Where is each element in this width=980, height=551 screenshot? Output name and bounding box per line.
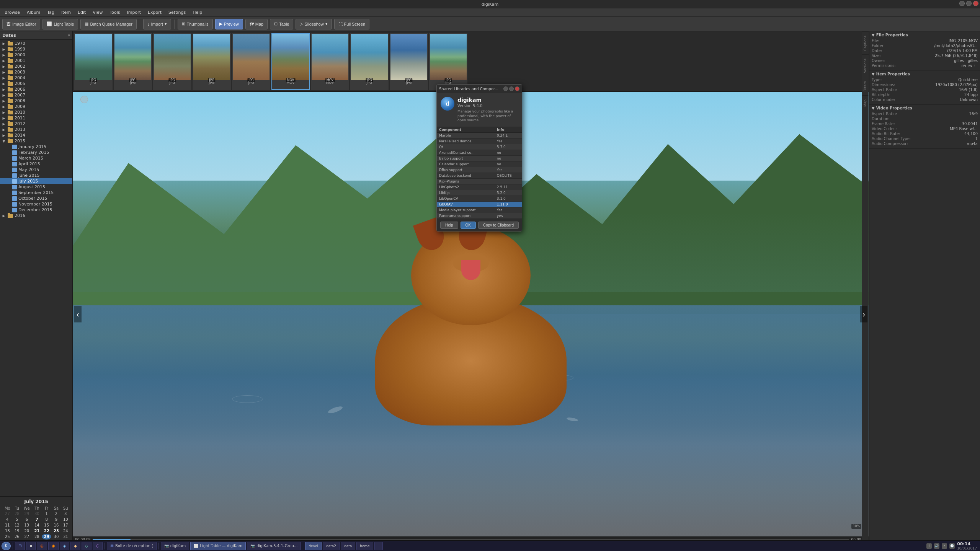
comp-libopencv[interactable]: LibOpenCV 3.1.0 [437,196,522,202]
taskbar-app1-btn[interactable]: ◈ [60,542,70,550]
menu-export[interactable]: Export [145,9,165,16]
taskbar-terminal-btn[interactable]: ▪ [26,542,36,550]
workspace-data2[interactable]: data2 [323,542,340,550]
cal-day[interactable]: 5 [13,517,21,522]
tree-year-2003[interactable]: ▶ 2003 [0,69,72,75]
cal-day[interactable]: 29 [21,511,32,517]
cal-day[interactable]: 11 [2,522,13,528]
about-copy-btn[interactable]: Copy to Clipboard [478,222,519,229]
tree-year-2000[interactable]: ▶ 2000 [0,52,72,58]
menu-edit[interactable]: Edit [75,9,89,16]
batch-queue-btn[interactable]: ▦ Batch Queue Manager [80,19,137,29]
cal-day[interactable]: 27 [21,534,32,540]
cal-day[interactable]: 23 [51,528,61,534]
about-maximize-btn[interactable] [509,86,514,91]
tab-captions[interactable]: Captions [862,31,869,54]
tree-year-2010[interactable]: ▶ 2010 [0,109,72,115]
comp-akonadi[interactable]: AkonadiContact su... no [437,150,522,156]
tree-year-1999[interactable]: ▶ 1999 [0,46,72,52]
tree-year-2006[interactable]: ▶ 2006 [0,86,72,92]
tree-month-jun-2015[interactable]: June 2015 [0,173,72,178]
cal-day[interactable]: 30 [32,511,42,517]
comp-baloo[interactable]: Baloo support no [437,156,522,161]
cal-day[interactable]: 7 [32,517,42,522]
comp-kipi-plugins[interactable]: Kipi-Plugins [437,179,522,184]
comp-qt[interactable]: Qt 5.7.0 [437,144,522,150]
tree-year-2015[interactable]: ▼ 2015 [0,138,72,144]
table-btn[interactable]: ⊟ Table [270,19,293,29]
thumbnail-5[interactable]: JPG JPG [232,33,270,90]
map-btn[interactable]: 🗺 Map [245,19,268,29]
tree-year-2004[interactable]: ▶ 2004 [0,75,72,81]
tree-month-nov-2015[interactable]: November 2015 [0,201,72,207]
about-ok-btn[interactable]: OK [461,222,476,229]
menu-help[interactable]: Help [189,9,205,16]
tree-year-2016[interactable]: ▶ 2016 [0,213,72,218]
about-minimize-btn[interactable] [503,86,508,91]
preview-btn[interactable]: ▶ Preview [215,19,243,29]
slideshow-btn[interactable]: ▷ Slideshow ▾ [296,19,332,29]
comp-calendar[interactable]: Calendar support no [437,161,522,167]
tree-year-2008[interactable]: ▶ 2008 [0,98,72,104]
cal-day[interactable]: 30 [51,534,61,540]
cal-day[interactable]: 22 [42,528,51,534]
cal-day[interactable]: 17 [61,522,70,528]
import-btn[interactable]: ↓ Import ▾ [143,19,171,29]
workspace-data[interactable]: data [341,542,355,550]
thumbnail-3[interactable]: JPG JPG [153,33,191,90]
comp-database[interactable]: Database backend QSQLITE [437,173,522,179]
comp-libkipi[interactable]: LibKipi 5.2.0 [437,190,522,196]
comp-parallelized[interactable]: Parallelized demos... Yes [437,139,522,144]
tab-versions[interactable]: Versions [862,54,869,77]
workspace-devel[interactable]: devel [305,542,322,550]
cal-day[interactable]: 19 [13,528,21,534]
taskbar-lighttable-btn[interactable]: ⬜ Light Table — digiKam [190,542,246,550]
taskbar-browser-btn[interactable]: ◎ [37,542,47,550]
cal-day[interactable]: 21 [32,528,42,534]
cal-day[interactable]: 9 [51,517,61,522]
menu-browse[interactable]: Browse [2,9,23,16]
tree-month-jan-2015[interactable]: January 2015 [0,144,72,150]
comp-libgphoto2[interactable]: LibGphoto2 2.5.11 [437,184,522,190]
menu-item[interactable]: Item [58,9,74,16]
taskbar-digikam-btn[interactable]: 📷 digiKam [161,542,189,550]
thumbnail-10[interactable]: JPG JPG [429,33,467,90]
tree-month-feb-2015[interactable]: February 2015 [0,150,72,155]
cal-day[interactable]: 24 [61,528,70,534]
cal-day[interactable]: 1 [42,511,51,517]
taskbar-app4-btn[interactable]: ⬡ [93,542,103,550]
cal-day[interactable]: 25 [2,534,13,540]
cal-day[interactable]: 18 [2,528,13,534]
workspace-home[interactable]: home [356,542,373,550]
cal-day[interactable]: 28 [32,534,42,540]
thumbnail-4[interactable]: JPG JPG [193,33,231,90]
workspace-5[interactable] [374,542,383,550]
menu-import[interactable]: Import [124,9,144,16]
menu-settings[interactable]: Settings [165,9,189,16]
taskbar-digikam-group-btn[interactable]: 📷 digiKam-5.4.1-Grou... [247,542,301,550]
preview-next-btn[interactable]: › [860,306,867,323]
cal-day[interactable]: 27 [2,511,13,517]
tree-year-2009[interactable]: ▶ 2009 [0,104,72,109]
win-minimize-btn[interactable] [959,1,965,6]
tree-month-jul-2015[interactable]: July 2015 [0,178,72,184]
thumbnail-8[interactable]: JPG JPG [350,33,389,90]
about-help-btn[interactable]: Help [440,222,458,229]
menu-album[interactable]: Album [24,9,43,16]
about-close-btn[interactable] [515,86,519,91]
cal-day[interactable]: 16 [51,522,61,528]
comp-marble[interactable]: Marble 0.24.1 [437,133,522,139]
image-editor-btn[interactable]: 🖼 Image Editor [2,19,40,29]
comp-dbus[interactable]: DBus support Yes [437,167,522,173]
cal-day[interactable]: 10 [61,517,70,522]
tab-filters[interactable]: Filters [862,77,869,95]
tree-year-2011[interactable]: ▶ 2011 [0,115,72,121]
taskbar-email-btn[interactable]: ✉ Boîte de réception ( [107,542,156,550]
comp-panorama[interactable]: Panorama support yes [437,213,522,219]
comp-libqtav[interactable]: LibQtAV 1.11.0 [437,202,522,207]
tree-month-may-2015[interactable]: May 2015 [0,167,72,173]
menu-tools[interactable]: Tools [106,9,123,16]
cal-day[interactable]: 3 [61,511,70,517]
tree-year-2002[interactable]: ▶ 2002 [0,64,72,69]
tree-month-mar-2015[interactable]: March 2015 [0,155,72,161]
